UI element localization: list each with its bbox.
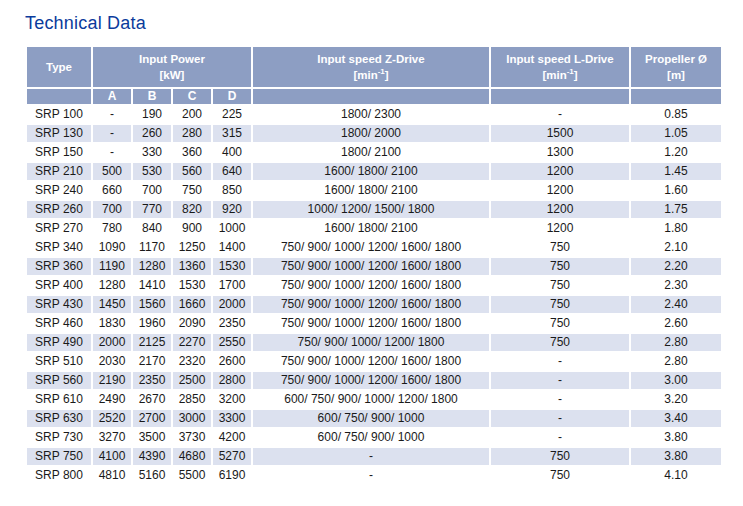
type-cell: SRP 610 <box>27 391 91 408</box>
power-c-cell: 560 <box>173 163 211 180</box>
table-row: SRP 5102030217023202600750/ 900/ 1000/ 1… <box>27 353 721 370</box>
propeller-diameter-cell: 0.85 <box>631 106 721 123</box>
subheader-spacer-propeller <box>631 89 721 104</box>
type-cell: SRP 270 <box>27 220 91 237</box>
power-c-cell: 1660 <box>173 296 211 313</box>
l-drive-speed-cell: 750 <box>491 277 629 294</box>
type-cell: SRP 210 <box>27 163 91 180</box>
propeller-diameter-cell: 2.40 <box>631 296 721 313</box>
power-a-cell: 2000 <box>93 334 131 351</box>
type-cell: SRP 430 <box>27 296 91 313</box>
header-row-main: Type Input Power [kW] Input speed Z-Driv… <box>27 47 721 87</box>
propeller-diameter-cell: 3.20 <box>631 391 721 408</box>
power-c-cell: 3730 <box>173 429 211 446</box>
z-drive-speed-cell: 1600/ 1800/ 2100 <box>253 163 489 180</box>
power-b-cell: 1410 <box>133 277 171 294</box>
power-d-cell: 225 <box>213 106 251 123</box>
table-row: SRP 8004810516055006190-7504.10 <box>27 467 721 484</box>
header-propeller-label: Propeller Ø <box>645 53 707 65</box>
power-d-cell: 1400 <box>213 239 251 256</box>
header-propeller: Propeller Ø [m] <box>631 47 721 87</box>
l-drive-speed-cell: - <box>491 353 629 370</box>
z-drive-speed-cell: 600/ 750/ 900/ 1000 <box>253 429 489 446</box>
power-d-cell: 3200 <box>213 391 251 408</box>
power-c-cell: 2850 <box>173 391 211 408</box>
power-c-cell: 1360 <box>173 258 211 275</box>
l-drive-speed-cell: 750 <box>491 239 629 256</box>
power-d-cell: 850 <box>213 182 251 199</box>
l-drive-speed-cell: 1500 <box>491 125 629 142</box>
power-a-cell: 2490 <box>93 391 131 408</box>
power-a-cell: 1190 <box>93 258 131 275</box>
propeller-diameter-cell: 2.10 <box>631 239 721 256</box>
l-drive-speed-cell: 750 <box>491 315 629 332</box>
l-drive-speed-cell: - <box>491 372 629 389</box>
power-c-cell: 2270 <box>173 334 211 351</box>
power-d-cell: 920 <box>213 201 251 218</box>
power-b-cell: 2670 <box>133 391 171 408</box>
type-cell: SRP 490 <box>27 334 91 351</box>
l-drive-speed-cell: 750 <box>491 258 629 275</box>
propeller-diameter-cell: 1.05 <box>631 125 721 142</box>
propeller-diameter-cell: 2.60 <box>631 315 721 332</box>
header-l-drive-unit: [min-1] <box>542 69 577 81</box>
power-c-cell: 3000 <box>173 410 211 427</box>
power-c-cell: 2090 <box>173 315 211 332</box>
power-d-cell: 2550 <box>213 334 251 351</box>
power-b-cell: 770 <box>133 201 171 218</box>
z-drive-speed-cell: 1800/ 2300 <box>253 106 489 123</box>
table-row: SRP 150-3303604001800/ 210013001.20 <box>27 144 721 161</box>
table-row: SRP 4001280141015301700750/ 900/ 1000/ 1… <box>27 277 721 294</box>
header-type: Type <box>27 47 91 87</box>
type-cell: SRP 560 <box>27 372 91 389</box>
table-row: SRP 5602190235025002800750/ 900/ 1000/ 1… <box>27 372 721 389</box>
power-a-cell: - <box>93 125 131 142</box>
z-drive-speed-cell: 1600/ 1800/ 2100 <box>253 220 489 237</box>
header-type-label: Type <box>46 61 72 73</box>
power-c-cell: 750 <box>173 182 211 199</box>
table-row: SRP 130-2602803151800/ 200015001.05 <box>27 125 721 142</box>
power-d-cell: 640 <box>213 163 251 180</box>
type-cell: SRP 730 <box>27 429 91 446</box>
type-cell: SRP 510 <box>27 353 91 370</box>
z-drive-speed-cell: 1800/ 2000 <box>253 125 489 142</box>
l-drive-speed-cell: - <box>491 410 629 427</box>
table-row: SRP 6102490267028503200600/ 750/ 900/ 10… <box>27 391 721 408</box>
power-a-cell: - <box>93 144 131 161</box>
power-c-cell: 1530 <box>173 277 211 294</box>
power-c-cell: 280 <box>173 125 211 142</box>
l-drive-speed-cell: 750 <box>491 334 629 351</box>
type-cell: SRP 340 <box>27 239 91 256</box>
z-drive-speed-cell: 1000/ 1200/ 1500/ 1800 <box>253 201 489 218</box>
header-l-drive-label: Input speed L-Drive <box>506 53 613 65</box>
propeller-diameter-cell: 1.60 <box>631 182 721 199</box>
power-d-cell: 2800 <box>213 372 251 389</box>
power-b-cell: 1280 <box>133 258 171 275</box>
propeller-diameter-cell: 2.80 <box>631 353 721 370</box>
table-row: SRP 3401090117012501400750/ 900/ 1000/ 1… <box>27 239 721 256</box>
z-drive-speed-cell: 750/ 900/ 1000/ 1200/ 1600/ 1800 <box>253 372 489 389</box>
power-b-cell: 3500 <box>133 429 171 446</box>
power-a-cell: 4100 <box>93 448 131 465</box>
z-drive-speed-cell: 750/ 900/ 1000/ 1200/ 1600/ 1800 <box>253 258 489 275</box>
z-drive-speed-cell: 750/ 900/ 1000/ 1200/ 1600/ 1800 <box>253 239 489 256</box>
power-b-cell: 5160 <box>133 467 171 484</box>
propeller-diameter-cell: 3.40 <box>631 410 721 427</box>
power-c-cell: 820 <box>173 201 211 218</box>
power-c-cell: 1250 <box>173 239 211 256</box>
table-body: SRP 100-1902002251800/ 2300-0.85SRP 130-… <box>27 106 721 484</box>
propeller-diameter-cell: 1.75 <box>631 201 721 218</box>
power-b-cell: 2170 <box>133 353 171 370</box>
z-drive-speed-cell: - <box>253 448 489 465</box>
l-drive-speed-cell: 1300 <box>491 144 629 161</box>
power-b-cell: 840 <box>133 220 171 237</box>
header-z-drive-label: Input speed Z-Drive <box>317 53 424 65</box>
subheader-c: C <box>173 89 211 104</box>
power-c-cell: 360 <box>173 144 211 161</box>
type-cell: SRP 360 <box>27 258 91 275</box>
l-drive-speed-cell: - <box>491 429 629 446</box>
z-drive-speed-cell: 600/ 750/ 900/ 1000 <box>253 410 489 427</box>
power-d-cell: 2600 <box>213 353 251 370</box>
technical-data-table: Type Input Power [kW] Input speed Z-Driv… <box>25 45 723 486</box>
power-b-cell: 4390 <box>133 448 171 465</box>
